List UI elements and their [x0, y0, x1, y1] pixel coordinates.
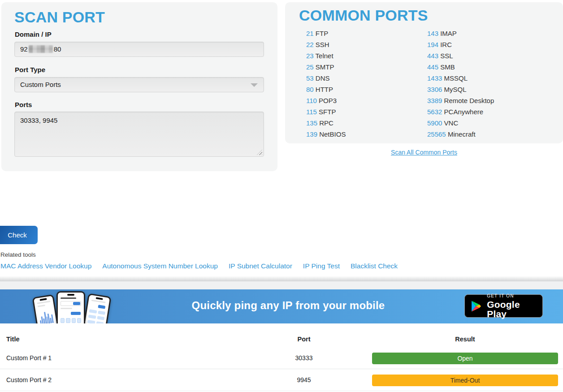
check-button[interactable]: Check: [0, 226, 38, 244]
common-port-link[interactable]: 22 SSH: [306, 39, 346, 50]
table-header-title: Title: [6, 336, 20, 343]
result-title: Custom Port # 2: [6, 376, 52, 383]
result-title: Custom Port # 1: [6, 354, 52, 362]
common-port-link[interactable]: 110 POP3: [306, 95, 346, 106]
phone-mockup-center: [56, 291, 85, 323]
common-port-link[interactable]: 25 SMTP: [306, 61, 346, 73]
related-tool-link[interactable]: IP Ping Test: [303, 262, 340, 270]
related-tool-link[interactable]: MAC Address Vendor Lookup: [0, 262, 91, 270]
chevron-down-icon: [251, 83, 258, 87]
common-port-link[interactable]: 143 IMAP: [427, 28, 494, 39]
ports-value: 30333, 9945: [20, 116, 57, 124]
common-port-link[interactable]: 115 SFTP: [306, 106, 346, 117]
common-ports-title: COMMON PORTS: [299, 7, 428, 24]
port-type-selected-value: Custom Ports: [20, 81, 61, 88]
result-port: 30333: [259, 354, 349, 362]
related-tool-link[interactable]: Autonomous System Number Lookup: [102, 262, 218, 270]
google-play-badge[interactable]: GET IT ON Google Play: [464, 294, 543, 318]
mobile-app-banner: Quickly ping any IP from your mobile GET…: [0, 289, 563, 323]
common-port-link[interactable]: 3389 Remote Desktop: [427, 95, 494, 106]
domain-ip-label: Domain / IP: [15, 30, 52, 38]
related-tools-links: MAC Address Vendor LookupAutonomous Syst…: [0, 262, 398, 270]
common-port-link[interactable]: 25565 Minecraft: [427, 129, 494, 140]
domain-ip-input[interactable]: 9280: [14, 42, 264, 57]
google-play-line1: GET IT ON: [487, 294, 537, 298]
resize-handle-icon[interactable]: [257, 150, 262, 155]
common-port-link[interactable]: 80 HTTP: [306, 84, 346, 95]
result-port: 9945: [259, 376, 349, 383]
common-port-link[interactable]: 5900 VNC: [427, 117, 494, 129]
table-row: Custom Port # 29945Timed-Out: [0, 369, 563, 391]
common-port-link[interactable]: 5632 PCAnywhere: [427, 106, 494, 117]
google-play-icon: [470, 299, 482, 313]
common-port-link[interactable]: 23 Telnet: [306, 50, 346, 61]
common-port-link[interactable]: 445 SMB: [427, 61, 494, 73]
phone-mockups: [35, 290, 112, 323]
google-play-line2: Google Play: [487, 300, 537, 319]
table-row: Custom Port # 130333Open: [0, 347, 563, 369]
phone-mockup-left: [32, 294, 60, 323]
mini-bar-chart: [39, 310, 54, 323]
scan-port-page: SCAN PORT Domain / IP 9280 Port Type Cus…: [0, 0, 563, 392]
scan-all-wrapper: Scan All Common Ports: [285, 148, 563, 156]
table-header-port: Port: [259, 336, 349, 343]
section-divider: [0, 281, 563, 289]
common-ports-col-1: 21 FTP22 SSH23 Telnet25 SMTP53 DNS80 HTT…: [306, 28, 346, 140]
scan-all-common-ports-link[interactable]: Scan All Common Ports: [391, 149, 457, 156]
phone-mockup-right: [82, 293, 111, 323]
common-port-link[interactable]: 135 RPC: [306, 117, 346, 129]
ports-textarea[interactable]: 30333, 9945: [14, 112, 264, 157]
scan-port-panel: SCAN PORT Domain / IP 9280 Port Type Cus…: [1, 2, 277, 171]
common-port-link[interactable]: 139 NetBIOS: [306, 129, 346, 140]
section-divider-shadow: [0, 276, 563, 281]
results-body: Custom Port # 130333OpenCustom Port # 29…: [0, 347, 563, 391]
common-port-link[interactable]: 53 DNS: [306, 73, 346, 84]
status-badge: Timed-Out: [372, 375, 558, 386]
common-ports-col-2: 143 IMAP194 IRC443 SSL445 SMB1433 MSSQL3…: [427, 28, 494, 140]
table-header-result: Result: [372, 336, 558, 343]
common-ports-panel: COMMON PORTS 21 FTP22 SSH23 Telnet25 SMT…: [285, 2, 563, 143]
related-tool-link[interactable]: Blacklist Check: [351, 262, 398, 270]
port-type-select[interactable]: Custom Ports: [14, 77, 264, 92]
common-port-link[interactable]: 1433 MSSQL: [427, 73, 494, 84]
common-port-link[interactable]: 21 FTP: [306, 28, 346, 39]
common-port-link[interactable]: 194 IRC: [427, 39, 494, 50]
mini-tool-icons: [61, 318, 81, 323]
related-tools-label: Related tools: [0, 251, 36, 258]
common-port-link[interactable]: 443 SSL: [427, 50, 494, 61]
port-type-label: Port Type: [15, 66, 45, 73]
status-badge: Open: [372, 353, 558, 364]
domain-ip-value-suffix: 80: [54, 45, 61, 53]
common-port-link[interactable]: 3306 MySQL: [427, 84, 494, 95]
google-play-text: GET IT ON Google Play: [487, 294, 537, 319]
redacted-ip-segment: [29, 45, 53, 53]
page-title: SCAN PORT: [14, 9, 105, 26]
related-tool-link[interactable]: IP Subnet Calculator: [229, 262, 292, 270]
domain-ip-value-prefix: 92: [20, 45, 28, 53]
ports-label: Ports: [15, 101, 32, 108]
